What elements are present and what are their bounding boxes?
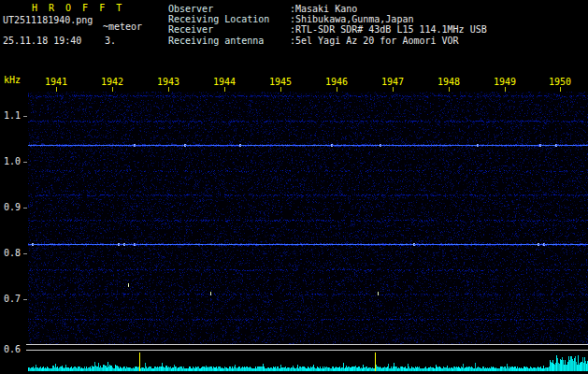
y-tick-label-0-6: 0.6 <box>0 344 21 354</box>
x-tick-label-1943: 1943 <box>156 77 180 87</box>
y-tick-label-0-7: 0.7 <box>0 294 21 304</box>
echo-count: 3. <box>105 36 116 46</box>
y-tick-label-0-9: 0.9 <box>0 202 21 212</box>
y-axis-tick-mark <box>23 116 27 117</box>
y-axis-tick-mark <box>23 162 27 163</box>
y-tick-label-1-0: 1.0 <box>0 156 21 166</box>
separator-line-lower <box>26 350 588 351</box>
datetime: 25.11.18 19:40 <box>3 36 81 46</box>
info-label-antenna: Receiving antenna <box>168 36 264 46</box>
x-axis-tick-mark <box>505 87 506 92</box>
x-axis-tick-mark <box>560 87 561 92</box>
filename: UT2511181940.png <box>3 15 93 25</box>
x-tick-label-1944: 1944 <box>212 77 237 87</box>
info-value-location: :Shibukawa,Gunma,Japan <box>290 14 413 24</box>
info-label-location: Receiving Location <box>168 14 269 24</box>
info-value-receiver: :RTL-SDR SDR# 43dB L15 114.1MHz USB <box>290 24 487 35</box>
spectrogram-canvas <box>28 92 588 344</box>
x-tick-label-1942: 1942 <box>100 77 124 87</box>
x-tick-label-1949: 1949 <box>493 77 517 87</box>
x-tick-label-1945: 1945 <box>268 77 293 87</box>
info-value-observer: :Masaki Kano <box>290 4 357 14</box>
x-axis-tick-mark <box>112 87 113 92</box>
noise-level-strip-canvas <box>28 352 588 371</box>
x-axis-tick-mark <box>449 87 450 92</box>
y-axis-tick-mark <box>23 253 27 254</box>
hrofft-spectrogram-image: H R O F F T UT2511181940.png ~meteor 25.… <box>0 0 588 374</box>
y-tick-label-0-8: 0.8 <box>0 248 21 258</box>
y-axis-tick-mark <box>23 299 27 300</box>
y-tick-label-1-1: 1.1 <box>0 110 21 121</box>
x-tick-label-1950: 1950 <box>548 77 572 87</box>
observation-name: ~meteor <box>103 22 142 32</box>
x-tick-label-1947: 1947 <box>380 77 405 87</box>
info-label-receiver: Receiver <box>168 24 213 35</box>
app-title: H R O F F T <box>32 3 124 13</box>
info-value-antenna: :5el Yagi Az 20 for Aomori VOR <box>290 36 459 46</box>
x-tick-label-1941: 1941 <box>44 77 68 87</box>
x-axis-tick-mark <box>224 87 225 92</box>
info-label-observer: Observer <box>168 4 213 14</box>
y-axis-unit-label: kHz <box>4 75 21 85</box>
separator-line-upper <box>26 344 588 345</box>
x-axis-tick-mark <box>337 87 337 92</box>
y-axis-tick-mark <box>23 208 27 209</box>
x-tick-label-1948: 1948 <box>437 77 461 87</box>
x-axis-tick-mark <box>56 87 57 92</box>
x-axis-tick-mark <box>280 87 281 92</box>
x-axis-tick-mark <box>393 87 394 92</box>
x-axis-tick-mark <box>168 87 169 92</box>
x-tick-label-1946: 1946 <box>324 77 349 87</box>
